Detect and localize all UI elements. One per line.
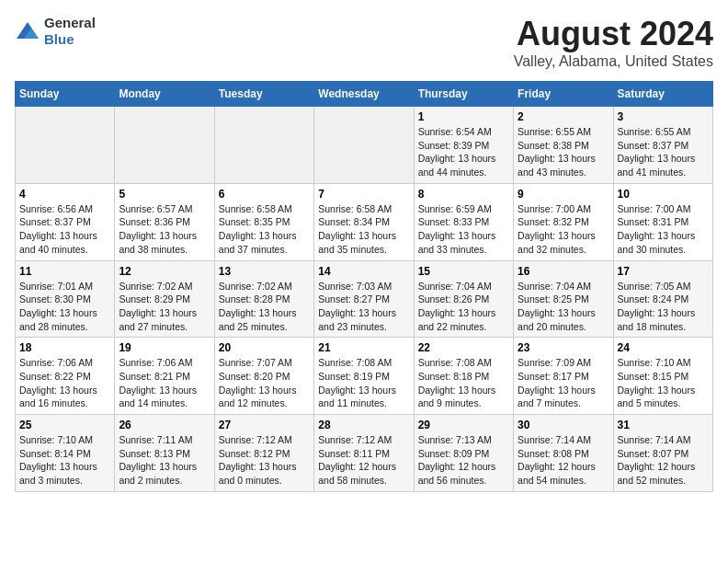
day-info: Sunrise: 6:55 AM Sunset: 8:38 PM Dayligh… bbox=[518, 125, 609, 179]
day-info: Sunrise: 7:00 AM Sunset: 8:31 PM Dayligh… bbox=[618, 202, 709, 257]
day-number: 30 bbox=[518, 419, 609, 431]
day-info: Sunrise: 7:00 AM Sunset: 8:32 PM Dayligh… bbox=[518, 202, 609, 257]
day-info: Sunrise: 7:06 AM Sunset: 8:22 PM Dayligh… bbox=[19, 356, 110, 410]
day-number: 23 bbox=[518, 341, 609, 354]
calendar-cell: 12Sunrise: 7:02 AM Sunset: 8:29 PM Dayli… bbox=[115, 260, 214, 338]
day-info: Sunrise: 7:03 AM Sunset: 8:27 PM Dayligh… bbox=[318, 280, 409, 334]
day-number: 21 bbox=[318, 341, 409, 354]
calendar-cell: 31Sunrise: 7:14 AM Sunset: 8:07 PM Dayli… bbox=[613, 415, 712, 492]
day-number: 26 bbox=[119, 419, 210, 431]
day-info: Sunrise: 6:57 AM Sunset: 8:36 PM Dayligh… bbox=[119, 202, 210, 257]
day-info: Sunrise: 7:10 AM Sunset: 8:14 PM Dayligh… bbox=[19, 433, 110, 488]
day-info: Sunrise: 7:14 AM Sunset: 8:08 PM Dayligh… bbox=[518, 433, 609, 488]
day-number: 19 bbox=[119, 341, 210, 354]
day-info: Sunrise: 7:08 AM Sunset: 8:18 PM Dayligh… bbox=[418, 356, 509, 410]
calendar-cell: 29Sunrise: 7:13 AM Sunset: 8:09 PM Dayli… bbox=[414, 415, 513, 492]
day-number: 1 bbox=[418, 110, 509, 123]
day-number: 9 bbox=[518, 188, 609, 201]
day-info: Sunrise: 7:02 AM Sunset: 8:28 PM Dayligh… bbox=[219, 280, 310, 334]
day-info: Sunrise: 6:59 AM Sunset: 8:33 PM Dayligh… bbox=[418, 202, 509, 257]
calendar-body: 1Sunrise: 6:54 AM Sunset: 8:39 PM Daylig… bbox=[16, 107, 713, 492]
day-number: 13 bbox=[219, 265, 310, 278]
day-number: 16 bbox=[518, 265, 609, 278]
calendar-cell: 11Sunrise: 7:01 AM Sunset: 8:30 PM Dayli… bbox=[16, 260, 115, 338]
calendar-cell bbox=[16, 107, 115, 184]
day-info: Sunrise: 7:04 AM Sunset: 8:25 PM Dayligh… bbox=[518, 280, 609, 334]
day-info: Sunrise: 6:56 AM Sunset: 8:37 PM Dayligh… bbox=[19, 202, 110, 257]
day-number: 5 bbox=[119, 188, 210, 201]
calendar-cell: 15Sunrise: 7:04 AM Sunset: 8:26 PM Dayli… bbox=[414, 260, 513, 338]
day-number: 29 bbox=[418, 419, 509, 431]
day-number: 14 bbox=[318, 265, 409, 278]
day-info: Sunrise: 7:07 AM Sunset: 8:20 PM Dayligh… bbox=[219, 356, 310, 410]
calendar-cell: 17Sunrise: 7:05 AM Sunset: 8:24 PM Dayli… bbox=[613, 260, 712, 338]
day-info: Sunrise: 6:55 AM Sunset: 8:37 PM Dayligh… bbox=[618, 125, 709, 179]
calendar-cell bbox=[115, 107, 214, 184]
week-row-3: 18Sunrise: 7:06 AM Sunset: 8:22 PM Dayli… bbox=[16, 338, 713, 415]
header-day-tuesday: Tuesday bbox=[214, 82, 313, 107]
calendar-cell: 24Sunrise: 7:10 AM Sunset: 8:15 PM Dayli… bbox=[613, 338, 712, 415]
logo: General Blue bbox=[15, 15, 96, 48]
header-day-friday: Friday bbox=[514, 82, 613, 107]
sub-title: Valley, Alabama, United States bbox=[514, 53, 713, 70]
day-number: 22 bbox=[418, 341, 509, 354]
day-number: 3 bbox=[618, 110, 709, 123]
calendar-cell bbox=[314, 107, 414, 184]
calendar-header: SundayMondayTuesdayWednesdayThursdayFrid… bbox=[16, 82, 713, 107]
calendar-cell: 23Sunrise: 7:09 AM Sunset: 8:17 PM Dayli… bbox=[514, 338, 613, 415]
calendar-cell: 1Sunrise: 6:54 AM Sunset: 8:39 PM Daylig… bbox=[414, 107, 513, 184]
day-number: 20 bbox=[219, 341, 310, 354]
header-day-sunday: Sunday bbox=[16, 82, 115, 107]
day-info: Sunrise: 7:05 AM Sunset: 8:24 PM Dayligh… bbox=[618, 280, 709, 334]
day-info: Sunrise: 7:13 AM Sunset: 8:09 PM Dayligh… bbox=[418, 433, 509, 488]
day-number: 11 bbox=[19, 265, 110, 278]
day-number: 10 bbox=[618, 188, 709, 201]
calendar-cell: 10Sunrise: 7:00 AM Sunset: 8:31 PM Dayli… bbox=[613, 183, 712, 260]
calendar-cell: 9Sunrise: 7:00 AM Sunset: 8:32 PM Daylig… bbox=[514, 183, 613, 260]
day-info: Sunrise: 7:12 AM Sunset: 8:11 PM Dayligh… bbox=[318, 433, 409, 488]
calendar-cell: 3Sunrise: 6:55 AM Sunset: 8:37 PM Daylig… bbox=[613, 107, 712, 184]
calendar-cell: 13Sunrise: 7:02 AM Sunset: 8:28 PM Dayli… bbox=[214, 260, 313, 338]
calendar-cell: 8Sunrise: 6:59 AM Sunset: 8:33 PM Daylig… bbox=[414, 183, 513, 260]
week-row-1: 4Sunrise: 6:56 AM Sunset: 8:37 PM Daylig… bbox=[16, 183, 713, 260]
calendar-cell: 4Sunrise: 6:56 AM Sunset: 8:37 PM Daylig… bbox=[16, 183, 115, 260]
day-info: Sunrise: 7:08 AM Sunset: 8:19 PM Dayligh… bbox=[318, 356, 409, 410]
header-row: SundayMondayTuesdayWednesdayThursdayFrid… bbox=[16, 82, 713, 107]
calendar-cell: 5Sunrise: 6:57 AM Sunset: 8:36 PM Daylig… bbox=[115, 183, 214, 260]
day-info: Sunrise: 7:06 AM Sunset: 8:21 PM Dayligh… bbox=[119, 356, 210, 410]
calendar-table: SundayMondayTuesdayWednesdayThursdayFrid… bbox=[15, 81, 713, 492]
calendar-cell: 2Sunrise: 6:55 AM Sunset: 8:38 PM Daylig… bbox=[514, 107, 613, 184]
calendar-cell: 18Sunrise: 7:06 AM Sunset: 8:22 PM Dayli… bbox=[16, 338, 115, 415]
calendar-cell: 20Sunrise: 7:07 AM Sunset: 8:20 PM Dayli… bbox=[214, 338, 313, 415]
day-info: Sunrise: 7:14 AM Sunset: 8:07 PM Dayligh… bbox=[618, 433, 709, 488]
day-info: Sunrise: 6:58 AM Sunset: 8:34 PM Dayligh… bbox=[318, 202, 409, 257]
calendar-cell: 27Sunrise: 7:12 AM Sunset: 8:12 PM Dayli… bbox=[214, 415, 313, 492]
day-number: 12 bbox=[119, 265, 210, 278]
day-number: 8 bbox=[418, 188, 509, 201]
day-info: Sunrise: 6:58 AM Sunset: 8:35 PM Dayligh… bbox=[219, 202, 310, 257]
calendar-cell: 7Sunrise: 6:58 AM Sunset: 8:34 PM Daylig… bbox=[314, 183, 414, 260]
day-number: 15 bbox=[418, 265, 509, 278]
calendar-cell: 6Sunrise: 6:58 AM Sunset: 8:35 PM Daylig… bbox=[214, 183, 313, 260]
day-number: 18 bbox=[19, 341, 110, 354]
day-number: 24 bbox=[618, 341, 709, 354]
week-row-4: 25Sunrise: 7:10 AM Sunset: 8:14 PM Dayli… bbox=[16, 415, 713, 492]
calendar-cell bbox=[214, 107, 313, 184]
day-number: 31 bbox=[618, 419, 709, 431]
header-day-saturday: Saturday bbox=[613, 82, 712, 107]
calendar-cell: 25Sunrise: 7:10 AM Sunset: 8:14 PM Dayli… bbox=[16, 415, 115, 492]
day-info: Sunrise: 6:54 AM Sunset: 8:39 PM Dayligh… bbox=[418, 125, 509, 179]
header-day-wednesday: Wednesday bbox=[314, 82, 414, 107]
header-day-monday: Monday bbox=[115, 82, 214, 107]
main-title: August 2024 bbox=[514, 15, 713, 53]
day-number: 4 bbox=[19, 188, 110, 201]
calendar-cell: 30Sunrise: 7:14 AM Sunset: 8:08 PM Dayli… bbox=[514, 415, 613, 492]
day-info: Sunrise: 7:09 AM Sunset: 8:17 PM Dayligh… bbox=[518, 356, 609, 410]
day-number: 28 bbox=[318, 419, 409, 431]
day-info: Sunrise: 7:11 AM Sunset: 8:13 PM Dayligh… bbox=[119, 433, 210, 488]
day-info: Sunrise: 7:10 AM Sunset: 8:15 PM Dayligh… bbox=[618, 356, 709, 410]
day-info: Sunrise: 7:04 AM Sunset: 8:26 PM Dayligh… bbox=[418, 280, 509, 334]
week-row-0: 1Sunrise: 6:54 AM Sunset: 8:39 PM Daylig… bbox=[16, 107, 713, 184]
week-row-2: 11Sunrise: 7:01 AM Sunset: 8:30 PM Dayli… bbox=[16, 260, 713, 338]
title-area: August 2024 Valley, Alabama, United Stat… bbox=[514, 15, 713, 70]
